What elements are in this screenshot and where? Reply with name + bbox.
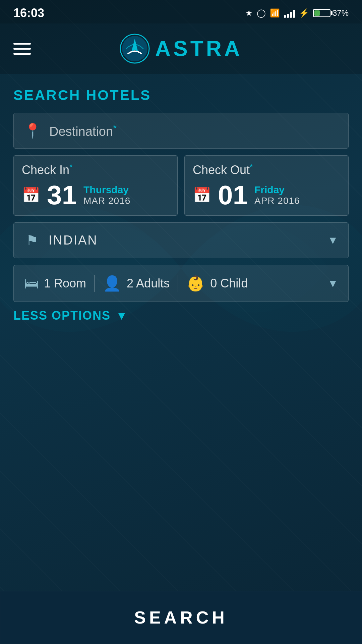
battery-fill [314,10,320,16]
signal-bar-4 [293,10,295,18]
check-out-label: Check Out* [193,162,340,177]
alarm-icon: ◯ [257,8,266,18]
children-segment: 👶 0 Child [186,275,248,292]
destination-field[interactable]: 📍 Destination* [13,113,349,149]
adult-icon: 👤 [103,275,121,292]
children-value: 0 Child [210,276,248,290]
signal-bars [284,8,295,18]
check-out-details: Friday APR 2016 [254,184,300,206]
signal-bar-3 [290,12,292,18]
menu-button[interactable] [13,43,31,55]
check-in-details: Thursday MAR 2016 [83,184,130,206]
child-icon: 👶 [186,275,205,292]
wifi-icon: 📶 [270,8,280,18]
checkout-calendar-icon: 📅 [193,186,211,204]
battery-percent: 37% [333,8,349,18]
adults-value: 2 Adults [127,276,170,290]
guest-divider-2 [178,275,178,292]
nationality-field[interactable]: ⚑ INDIAN ▼ [13,222,349,258]
signal-bar-1 [284,15,286,18]
destination-label: Destination* [49,123,117,139]
bluetooth-icon: ★ [245,8,253,18]
check-in-value: 📅 31 Thursday MAR 2016 [22,182,169,209]
guests-field[interactable]: 🛏 1 Room 👤 2 Adults 👶 0 Child ▼ [13,265,349,302]
main-content: SEARCH HOTELS 📍 Destination* Check In* 📅… [0,74,362,323]
charging-icon: ⚡ [299,8,309,18]
header: ASTRA [0,23,362,74]
section-title: SEARCH HOTELS [13,87,349,103]
flag-icon: ⚑ [24,232,41,249]
logo-text: ASTRA [155,36,242,61]
bed-icon: 🛏 [24,275,39,292]
signal-bar-2 [287,14,289,18]
less-options-label: LESS OPTIONS [13,309,111,323]
less-options-chevron-icon: ▼ [116,309,127,322]
check-in-label: Check In* [22,162,169,177]
adults-segment: 👤 2 Adults [103,275,170,292]
check-in-date: 31 [47,182,77,209]
search-button-label: SEARCH [134,608,228,627]
checkin-calendar-icon: 📅 [22,186,40,204]
check-in-month-year: MAR 2016 [83,196,130,206]
rooms-value: 1 Room [44,276,86,290]
check-out-date: 01 [218,182,248,209]
nationality-value: INDIAN [49,233,319,248]
guests-chevron-icon: ▼ [327,277,338,290]
status-icons: ★ ◯ 📶 ⚡ 37% [245,8,349,18]
location-icon: 📍 [24,122,41,139]
nationality-chevron-icon: ▼ [327,234,338,247]
check-in-day: Thursday [83,184,130,196]
battery-bar [313,9,330,17]
logo: ASTRA [120,34,242,64]
rooms-segment: 🛏 1 Room [24,275,86,292]
menu-line-3 [13,53,31,55]
check-out-field[interactable]: Check Out* 📅 01 Friday APR 2016 [184,155,349,216]
less-options-button[interactable]: LESS OPTIONS ▼ [13,309,349,323]
check-in-field[interactable]: Check In* 📅 31 Thursday MAR 2016 [13,155,178,216]
menu-line-2 [13,48,31,50]
check-out-day: Friday [254,184,300,196]
status-time: 16:03 [13,6,44,20]
check-out-month-year: APR 2016 [254,196,300,206]
logo-icon [120,34,150,64]
guest-divider-1 [94,275,95,292]
search-button[interactable]: SEARCH [0,591,362,644]
battery-indicator: 37% [313,8,349,18]
menu-line-1 [13,43,31,45]
check-out-value: 📅 01 Friday APR 2016 [193,182,340,209]
status-bar: 16:03 ★ ◯ 📶 ⚡ 37% [0,0,362,23]
date-row: Check In* 📅 31 Thursday MAR 2016 Check O… [13,155,349,216]
